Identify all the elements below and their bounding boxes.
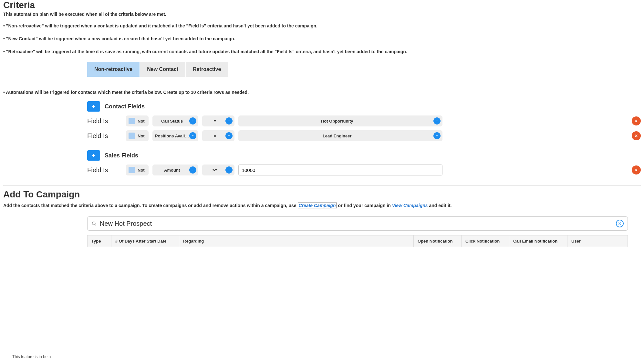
tab-new-contact[interactable]: New Contact	[140, 62, 185, 77]
remove-row-button[interactable]	[632, 131, 641, 140]
operator-select[interactable]: =	[202, 130, 234, 141]
campaign-actions-table: Type # Of Days After Start Date Regardin…	[87, 235, 628, 247]
campaign-desc-post: and edit it.	[428, 203, 452, 208]
col-call-email-notification: Call Email Notification	[509, 235, 567, 247]
add-contact-field-button[interactable]: +	[87, 101, 100, 112]
chevron-down-icon	[225, 132, 233, 139]
remove-row-button[interactable]	[632, 165, 641, 175]
col-regarding: Regarding	[179, 235, 414, 247]
criteria-bullet-2: • "New Contact" will be triggered when a…	[3, 36, 641, 41]
row-label: Field Is	[87, 117, 122, 125]
remove-row-button[interactable]	[632, 116, 641, 125]
criteria-intro: This automation plan will be executed wh…	[3, 12, 641, 17]
contact-fields-group-header: + Contact Fields	[87, 101, 641, 112]
chevron-down-icon	[189, 132, 196, 139]
chevron-down-icon	[225, 166, 233, 174]
operator-select[interactable]: >=	[202, 165, 234, 175]
operator-value: =	[214, 119, 216, 124]
field-select[interactable]: Call Status	[152, 115, 198, 126]
chevron-down-icon	[189, 117, 196, 125]
campaign-desc-pre: Add the contacts that matched the criter…	[3, 203, 298, 208]
section-divider	[3, 185, 641, 185]
value-select[interactable]: Hot Opportunity	[238, 115, 442, 126]
close-icon	[634, 168, 638, 172]
sales-fields-group-header: + Sales Fields	[87, 150, 641, 161]
chevron-down-icon	[189, 166, 196, 174]
chevron-down-icon	[225, 117, 233, 125]
tab-non-retroactive[interactable]: Non-retroactive	[87, 62, 140, 77]
field-select[interactable]: Amount	[152, 165, 198, 175]
criteria-row: Field Is Not Positions Avail… = Lead Eng…	[87, 130, 641, 141]
tab-retroactive[interactable]: Retroactive	[185, 62, 228, 77]
field-select-value: Call Status	[161, 119, 183, 124]
view-campaigns-link[interactable]: View Campaigns	[392, 203, 428, 208]
contact-fields-title: Contact Fields	[105, 103, 145, 110]
operator-select[interactable]: =	[202, 115, 234, 126]
criteria-rows-note: • Automations will be triggered for cont…	[3, 90, 641, 95]
operator-value: >=	[213, 168, 217, 173]
close-icon	[634, 119, 638, 123]
add-sales-field-button[interactable]: +	[87, 150, 100, 161]
campaign-search[interactable]	[87, 216, 628, 231]
criteria-row: Field Is Not Amount >=	[87, 165, 641, 175]
not-label: Not	[138, 119, 145, 124]
not-label: Not	[138, 168, 145, 173]
criteria-mode-tabs: Non-retroactive New Contact Retroactive	[87, 62, 228, 77]
campaign-desc-mid: or find your campaign in	[337, 203, 392, 208]
field-select-value: Amount	[164, 168, 180, 173]
criteria-bullet-1: • "Non-retroactive" will be triggered wh…	[3, 23, 641, 28]
plus-icon: +	[92, 104, 95, 109]
sales-fields-title: Sales Fields	[105, 152, 138, 159]
col-user: User	[567, 235, 628, 247]
close-icon	[634, 134, 638, 138]
not-toggle[interactable]: Not	[126, 165, 149, 175]
col-days: # Of Days After Start Date	[111, 235, 179, 247]
criteria-row: Field Is Not Call Status = Hot Opportuni…	[87, 115, 641, 126]
close-icon	[618, 222, 622, 225]
chevron-down-icon	[433, 117, 441, 125]
operator-value: =	[214, 134, 216, 138]
field-select-value: Positions Avail…	[155, 134, 189, 138]
value-select-value: Lead Engineer	[323, 134, 352, 138]
not-toggle[interactable]: Not	[126, 130, 149, 141]
col-type: Type	[88, 235, 111, 247]
not-checkbox[interactable]	[129, 133, 135, 139]
row-label: Field Is	[87, 166, 122, 174]
criteria-heading: Criteria	[3, 0, 641, 10]
add-to-campaign-heading: Add To Campaign	[3, 189, 641, 200]
table-header-row: Type # Of Days After Start Date Regardin…	[88, 235, 628, 247]
col-open-notification: Open Notification	[414, 235, 462, 247]
campaign-search-input[interactable]	[100, 220, 616, 227]
clear-search-button[interactable]	[616, 220, 624, 227]
not-label: Not	[138, 134, 145, 138]
col-click-notification: Click Notification	[462, 235, 509, 247]
chevron-down-icon	[433, 132, 441, 139]
not-toggle[interactable]: Not	[126, 115, 149, 126]
value-input[interactable]	[238, 165, 442, 175]
search-icon	[91, 221, 97, 226]
svg-point-0	[92, 222, 95, 225]
campaign-description: Add the contacts that matched the criter…	[3, 203, 641, 208]
criteria-bullet-3: • "Retroactive" will be triggered at the…	[3, 49, 641, 54]
not-checkbox[interactable]	[129, 118, 135, 124]
svg-line-1	[95, 224, 96, 225]
plus-icon: +	[92, 153, 95, 158]
not-checkbox[interactable]	[129, 167, 135, 173]
row-label: Field Is	[87, 132, 122, 140]
value-select[interactable]: Lead Engineer	[238, 130, 442, 141]
value-select-value: Hot Opportunity	[321, 119, 353, 124]
create-campaign-link[interactable]: Create Campaign	[298, 203, 337, 208]
field-select[interactable]: Positions Avail…	[152, 130, 198, 141]
